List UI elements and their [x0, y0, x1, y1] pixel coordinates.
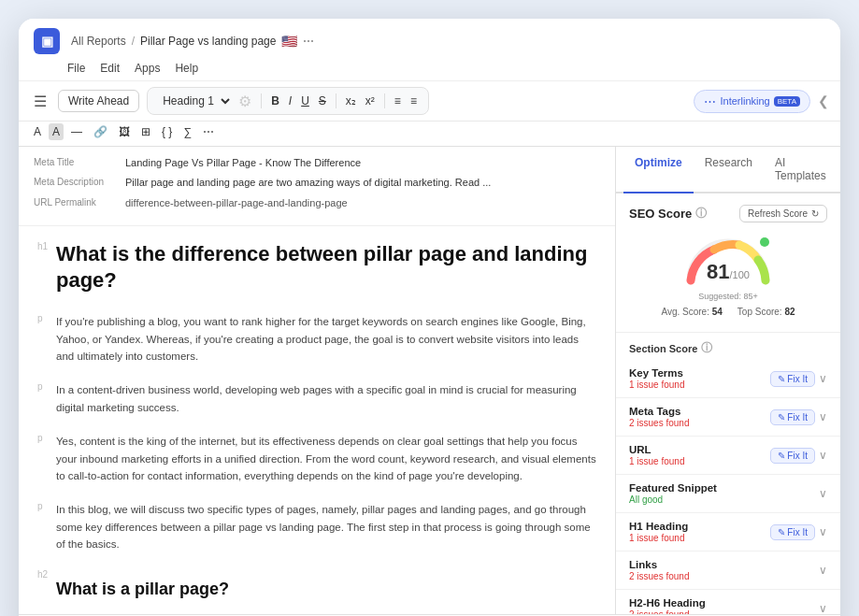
paragraph-block-1: p In a content-driven business world, de… [37, 381, 596, 425]
menu-apps[interactable]: Apps [135, 62, 160, 75]
hamburger-button[interactable]: ☰ [30, 89, 50, 114]
formula-button[interactable]: ∑ [179, 123, 195, 140]
score-item-h2-h6[interactable]: H2-H6 Heading 2 issues found ∨ [616, 590, 840, 614]
score-item-url[interactable]: URL 1 issue found ✎ Fix It ∨ [616, 437, 840, 475]
app-window: ▣ All Reports / Pillar Page vs landing p… [19, 19, 840, 616]
highlight-button[interactable]: A [49, 123, 64, 140]
p-marker-1: p [37, 381, 50, 392]
meta-description-row: Meta Description Pillar page and landing… [34, 176, 600, 190]
bold-button[interactable]: B [267, 93, 283, 109]
meta-url-label: URL Permalink [34, 196, 118, 208]
editor-panel[interactable]: Meta Title Landing Page Vs Pillar Page -… [19, 147, 616, 614]
beta-badge: BETA [774, 96, 800, 107]
more-button[interactable]: ⋯ [199, 123, 218, 140]
chevron-h2-h6[interactable]: ∨ [819, 602, 827, 614]
menu-row: File Edit Apps Help [34, 58, 825, 80]
text-color-button[interactable]: A [30, 123, 45, 140]
refresh-score-button[interactable]: Refresh Score ↻ [739, 205, 827, 222]
format-toolbar: Heading 1 Heading 2 Heading 3 Normal ⚙ B… [147, 87, 429, 115]
content-area[interactable]: h1 What is the difference between pillar… [19, 226, 615, 614]
content-h2[interactable]: What is a pillar page? [56, 579, 229, 600]
score-item-h2-h6-right: ∨ [819, 602, 827, 614]
toolbar-divider [261, 93, 262, 108]
strikethrough-button[interactable]: S [315, 93, 330, 109]
score-item-featured-snippet[interactable]: Featured Snippet All good ∨ [616, 475, 840, 513]
paragraph-0[interactable]: If you're publishing a blog, you want to… [56, 313, 596, 365]
menu-file[interactable]: File [67, 62, 85, 75]
gauge-container: 81/100 Suggested: 85+ Avg. Score: 54 Top… [629, 230, 827, 321]
align-right-button[interactable]: ≡ [407, 93, 421, 109]
tab-optimize[interactable]: Optimize [623, 147, 694, 193]
menu-help[interactable]: Help [175, 62, 198, 75]
share-icon[interactable]: ⋯ [303, 35, 314, 48]
top-score-value: 82 [784, 307, 795, 317]
underline-button[interactable]: U [297, 93, 313, 109]
menu-edit[interactable]: Edit [100, 62, 120, 75]
align-left-button[interactable]: ≡ [391, 93, 405, 109]
top-score-stat: Top Score: 82 [737, 307, 795, 317]
meta-description-value[interactable]: Pillar page and landing page are two ama… [125, 176, 491, 190]
separator-button[interactable]: — [67, 123, 86, 140]
chevron-featured-snippet[interactable]: ∨ [819, 487, 827, 500]
score-items-list: Key Terms 1 issue found ✎ Fix It ∨ Meta … [616, 360, 840, 614]
avg-score-value: 54 [712, 307, 723, 317]
tab-ai-templates[interactable]: AI Templates [764, 147, 838, 193]
interlinking-button[interactable]: ⋯ Interlinking BETA [694, 90, 810, 113]
paragraph-block-2: p Yes, content is the king of the intern… [37, 433, 596, 494]
chevron-url[interactable]: ∨ [819, 449, 827, 462]
paragraph-block-3: p In this blog, we will discuss two spec… [37, 501, 596, 562]
paragraph-2[interactable]: Yes, content is the king of the internet… [56, 433, 596, 484]
subscript-button[interactable]: x₂ [342, 93, 360, 109]
chevron-key-terms[interactable]: ∨ [819, 372, 827, 385]
superscript-button[interactable]: x² [362, 93, 379, 109]
paragraph-3[interactable]: In this blog, we will discuss two specif… [56, 501, 596, 552]
section-score-info-icon[interactable]: ⓘ [701, 340, 712, 356]
score-dot [760, 237, 769, 247]
meta-url-value[interactable]: difference-between-pillar-page-and-landi… [125, 196, 348, 210]
fix-it-url[interactable]: ✎ Fix It [770, 448, 815, 464]
panel-tabs: Optimize Research AI Templates [616, 147, 840, 193]
fix-it-key-terms[interactable]: ✎ Fix It [770, 371, 815, 387]
toolbar-divider3 [384, 93, 385, 108]
table-button[interactable]: ⊞ [137, 123, 154, 140]
fix-it-h1-heading[interactable]: ✎ Fix It [770, 524, 815, 540]
score-item-h1-heading[interactable]: H1 Heading 1 issue found ✎ Fix It ∨ [616, 513, 840, 552]
score-item-links-right: ∨ [819, 564, 827, 577]
image-button[interactable]: 🖼 [115, 123, 134, 140]
breadcrumb-separator: / [132, 35, 135, 48]
meta-title-label: Meta Title [34, 156, 118, 167]
chevron-links[interactable]: ∨ [819, 564, 827, 577]
link-button[interactable]: 🔗 [90, 123, 111, 140]
code-button[interactable]: { } [158, 123, 176, 140]
seo-score-info-icon[interactable]: ⓘ [695, 206, 707, 222]
chevron-meta-tags[interactable]: ∨ [819, 410, 827, 423]
chevron-h1-heading[interactable]: ∨ [819, 525, 827, 538]
write-ahead-button[interactable]: Write Ahead [58, 90, 139, 112]
top-bar: ▣ All Reports / Pillar Page vs landing p… [19, 19, 840, 81]
score-item-h1-heading-name: H1 Heading [629, 521, 770, 532]
score-item-links[interactable]: Links 2 issues found ∨ [616, 552, 840, 590]
heading-select[interactable]: Heading 1 Heading 2 Heading 3 Normal [155, 92, 233, 110]
tab-research[interactable]: Research [694, 147, 764, 193]
toolbar-row2: A A — 🔗 🖼 ⊞ { } ∑ ⋯ [19, 122, 840, 147]
p-marker-0: p [37, 313, 50, 323]
content-h1[interactable]: What is the difference between pillar pa… [56, 241, 596, 293]
score-item-key-terms[interactable]: Key Terms 1 issue found ✎ Fix It ∨ [616, 360, 840, 398]
gauge-suggested: Suggested: 85+ [698, 292, 757, 301]
paragraph-1[interactable]: In a content-driven business world, deve… [56, 381, 596, 416]
breadcrumb-all-reports[interactable]: All Reports [71, 35, 126, 48]
refresh-icon: ↻ [811, 208, 819, 219]
score-item-featured-snippet-name: Featured Snippet [629, 482, 819, 494]
fix-it-meta-tags[interactable]: ✎ Fix It [770, 409, 815, 425]
score-item-h2-h6-name: H2-H6 Heading [629, 597, 819, 609]
score-item-meta-tags[interactable]: Meta Tags 2 issues found ✎ Fix It ∨ [616, 398, 840, 437]
section-score-title: Section Score [629, 343, 697, 354]
interlinking-label: Interlinking [720, 95, 769, 107]
avg-score-label: Avg. Score: [661, 307, 709, 317]
score-stats: Avg. Score: 54 Top Score: 82 [661, 307, 795, 317]
breadcrumb-page-title: Pillar Page vs landing page [140, 35, 276, 48]
collapse-button[interactable]: ❮ [818, 93, 829, 108]
meta-title-value[interactable]: Landing Page Vs Pillar Page - Know The D… [125, 156, 361, 170]
seo-score-title: SEO Score ⓘ [629, 206, 707, 222]
italic-button[interactable]: I [285, 93, 295, 109]
